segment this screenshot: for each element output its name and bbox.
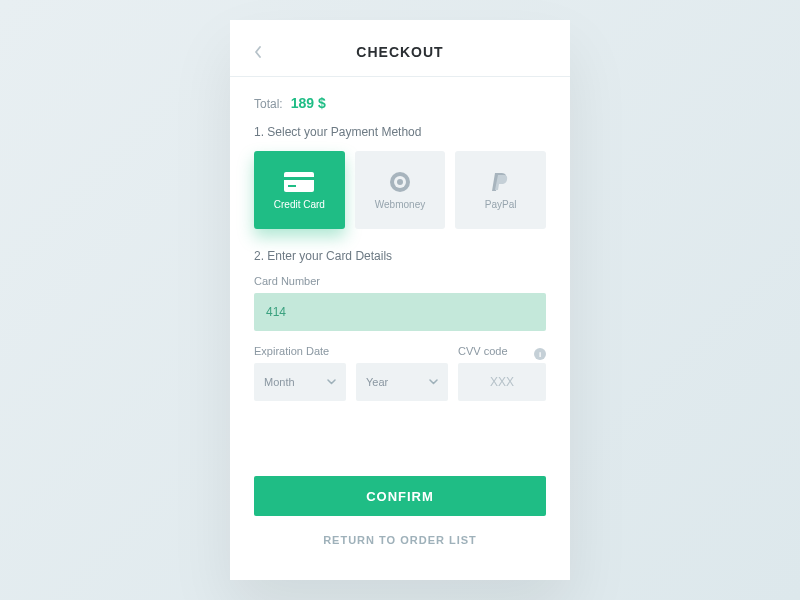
total-value: 189 $ [291, 95, 326, 111]
credit-card-icon [284, 171, 314, 193]
checkout-card: CHECKOUT Total: 189 $ 1. Select your Pay… [230, 20, 570, 580]
svg-rect-1 [284, 177, 314, 180]
return-button[interactable]: RETURN TO ORDER LIST [254, 520, 546, 560]
step1-label: 1. Select your Payment Method [254, 125, 546, 139]
back-button[interactable] [254, 46, 262, 58]
step2-label: 2. Enter your Card Details [254, 249, 546, 263]
total-label: Total: [254, 97, 283, 111]
info-icon[interactable]: i [534, 348, 546, 360]
card-number-input[interactable] [254, 293, 546, 331]
cvv-input[interactable] [458, 363, 546, 401]
expiration-label: Expiration Date [254, 345, 448, 357]
chevron-down-icon [327, 379, 336, 385]
page-title: CHECKOUT [356, 44, 443, 60]
payment-method-label: Credit Card [274, 199, 325, 210]
svg-rect-2 [288, 185, 296, 187]
payment-methods: Credit Card Webmoney PayPal [254, 151, 546, 229]
card-number-label: Card Number [254, 275, 546, 287]
header: CHECKOUT [254, 40, 546, 76]
svg-point-5 [397, 179, 403, 185]
month-select[interactable]: Month [254, 363, 346, 401]
webmoney-icon [385, 171, 415, 193]
payment-method-webmoney[interactable]: Webmoney [355, 151, 446, 229]
paypal-icon [486, 171, 516, 193]
year-placeholder: Year [366, 376, 388, 388]
chevron-left-icon [254, 46, 262, 58]
month-placeholder: Month [264, 376, 295, 388]
payment-method-label: PayPal [485, 199, 517, 210]
year-select[interactable]: Year [356, 363, 448, 401]
divider [230, 76, 570, 77]
confirm-button[interactable]: CONFIRM [254, 476, 546, 516]
chevron-down-icon [429, 379, 438, 385]
payment-method-credit-card[interactable]: Credit Card [254, 151, 345, 229]
payment-method-paypal[interactable]: PayPal [455, 151, 546, 229]
total-row: Total: 189 $ [254, 95, 546, 111]
payment-method-label: Webmoney [375, 199, 425, 210]
svg-rect-0 [284, 172, 314, 192]
cvv-label: CVV code [458, 345, 508, 357]
